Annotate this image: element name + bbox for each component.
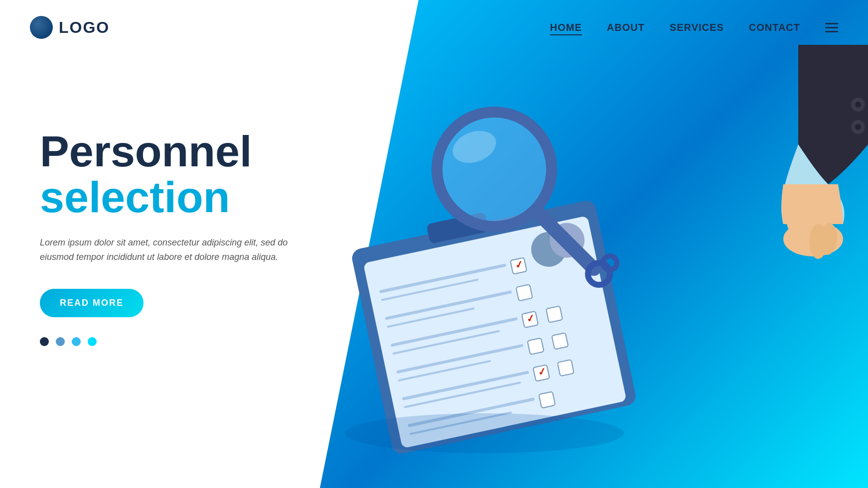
dot-2[interactable] (56, 337, 65, 346)
header: LOGO HOME ABOUT SERVICES CONTACT (0, 0, 868, 55)
hero-description: Lorem ipsum dolor sit amet, consectetur … (40, 236, 299, 264)
dot-3[interactable] (72, 337, 81, 346)
svg-rect-28 (558, 360, 574, 376)
hero-content: Personnel selection Lorem ipsum dolor si… (40, 129, 299, 346)
dot-1[interactable] (40, 337, 49, 346)
svg-point-42 (345, 413, 624, 453)
nav-home[interactable]: HOME (550, 22, 582, 33)
logo-icon (30, 16, 53, 39)
logo-text: LOGO (59, 18, 110, 37)
nav-about[interactable]: ABOUT (607, 22, 645, 33)
carousel-dots (40, 337, 299, 346)
svg-rect-18 (527, 338, 544, 355)
svg-point-39 (855, 102, 861, 108)
hero-illustration: ✓ ✓ ✓ (320, 45, 868, 488)
svg-rect-27 (552, 333, 568, 349)
illustration-svg: ✓ ✓ ✓ (320, 45, 868, 488)
nav-services[interactable]: SERVICES (670, 22, 724, 33)
nav-contact[interactable]: CONTACT (749, 22, 800, 33)
svg-rect-26 (546, 306, 563, 323)
dot-4[interactable] (88, 337, 97, 346)
svg-rect-25 (539, 391, 555, 408)
hamburger-menu-icon[interactable] (825, 23, 838, 32)
logo-area: LOGO (30, 16, 110, 39)
svg-point-37 (809, 224, 827, 259)
svg-point-33 (603, 256, 617, 270)
nav: HOME ABOUT SERVICES CONTACT (550, 22, 838, 33)
svg-point-41 (855, 124, 861, 130)
svg-rect-11 (516, 284, 533, 301)
hero-title-line2: selection (40, 173, 299, 222)
hero-title-line1: Personnel (40, 129, 299, 173)
read-more-button[interactable]: READ MORE (40, 289, 144, 317)
